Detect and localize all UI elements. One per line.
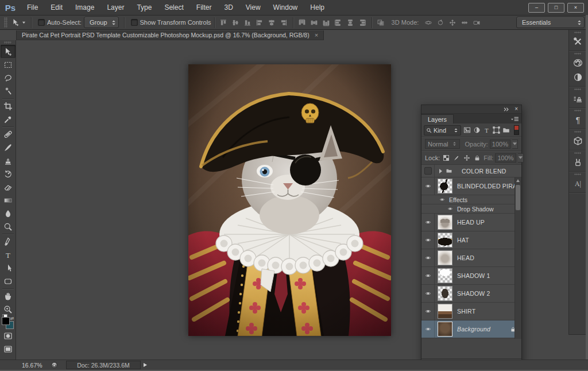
visibility-toggle[interactable] <box>421 267 435 284</box>
distribute-top-edges-icon[interactable] <box>296 17 308 28</box>
collapse-panel-icon[interactable] <box>503 107 509 112</box>
visibility-toggle[interactable] <box>421 165 435 177</box>
distribute-bottom-edges-icon[interactable] <box>320 17 332 28</box>
fill-dropdown-icon[interactable] <box>518 153 524 163</box>
layer-row[interactable]: BLINDFOLDED PIRA...fx <box>421 177 521 195</box>
hand-tool[interactable] <box>1 289 16 303</box>
menu-3d[interactable]: 3D <box>218 1 239 15</box>
layers-scrollbar[interactable] <box>514 177 521 339</box>
filter-shape-layers-icon[interactable] <box>492 125 501 135</box>
distribute-left-edges-icon[interactable] <box>332 17 345 28</box>
character-panel-icon[interactable]: A| <box>570 176 585 191</box>
auto-select-target-dropdown[interactable]: Group <box>84 17 119 28</box>
align-right-edges-icon[interactable] <box>278 17 290 28</box>
move-tool[interactable] <box>1 45 16 58</box>
filter-smart-objects-icon[interactable] <box>501 125 511 135</box>
panel-group-grip[interactable] <box>574 152 581 154</box>
panel-menu-icon[interactable] <box>510 117 519 122</box>
history-panel-icon[interactable] <box>570 91 585 106</box>
group-expander-icon[interactable] <box>439 169 442 173</box>
filtering-switch[interactable] <box>514 125 519 135</box>
3d-panel-icon[interactable] <box>570 134 585 148</box>
history-brush-tool[interactable] <box>1 167 16 180</box>
layer-row[interactable]: Background <box>421 320 521 338</box>
tab-layers[interactable]: Layers <box>421 114 454 123</box>
auto-select-checkbox[interactable] <box>38 19 45 26</box>
distribute-horizontal-centers-icon[interactable] <box>345 17 357 28</box>
layer-row[interactable]: HAT <box>421 231 521 249</box>
workspace-dropdown[interactable]: Essentials <box>516 17 585 28</box>
effect-item-row[interactable]: Drop Shadow <box>421 204 521 214</box>
layer-thumbnail[interactable] <box>438 304 452 319</box>
menu-file[interactable]: File <box>21 1 44 15</box>
3d-orbit-icon[interactable] <box>422 17 434 28</box>
lasso-tool[interactable] <box>1 71 16 84</box>
status-popup-arrow-icon[interactable] <box>143 362 148 368</box>
layer-thumbnail[interactable] <box>438 215 452 230</box>
blend-mode-dropdown[interactable]: Normal <box>425 139 460 149</box>
panel-group-grip[interactable] <box>574 32 581 33</box>
auto-align-layers-icon[interactable] <box>375 17 387 28</box>
align-left-edges-icon[interactable] <box>254 17 266 28</box>
layer-thumbnail[interactable] <box>438 286 452 301</box>
layer-thumbnail[interactable] <box>438 268 452 283</box>
opacity-dropdown-icon[interactable] <box>512 140 518 149</box>
smudge-tool[interactable] <box>1 207 16 220</box>
options-grip[interactable] <box>4 17 7 28</box>
distribute-vertical-centers-icon[interactable] <box>308 17 320 28</box>
menu-select[interactable]: Select <box>158 1 189 15</box>
document-tab[interactable]: Pirate Cat Pet Portrait PSD Template Cus… <box>16 30 324 40</box>
3d-slide-icon[interactable] <box>458 17 470 28</box>
menu-layer[interactable]: Layer <box>100 1 130 15</box>
canvas-area[interactable]: × Layers Kind T Normal <box>16 40 588 360</box>
gradient-tool[interactable] <box>1 194 16 207</box>
adjustments-panel-icon[interactable] <box>570 70 585 84</box>
eyedropper-tool[interactable] <box>1 113 16 126</box>
screen-mode-button[interactable] <box>1 342 16 355</box>
visibility-toggle[interactable] <box>421 285 435 302</box>
brush-tool[interactable] <box>1 141 16 154</box>
filter-adjustment-layers-icon[interactable] <box>472 125 482 135</box>
layer-group-row[interactable]: COLOR BLEND <box>421 165 521 177</box>
maximize-button[interactable]: □ <box>548 3 564 13</box>
layer-thumbnail[interactable] <box>438 322 452 337</box>
canvas-artwork[interactable] <box>188 64 391 336</box>
toolbar-grip[interactable] <box>4 41 11 44</box>
minimize-button[interactable]: – <box>528 3 545 13</box>
panel-group-grip[interactable] <box>574 110 581 111</box>
opacity-value[interactable]: 100% <box>490 140 510 149</box>
layer-row[interactable]: SHADOW 2 <box>421 285 521 303</box>
visibility-toggle[interactable] <box>421 177 435 195</box>
panel-group-grip[interactable] <box>574 173 581 175</box>
paragraph-panel-icon[interactable]: ¶ <box>570 113 585 127</box>
menu-help[interactable]: Help <box>304 1 331 15</box>
menu-window[interactable]: Window <box>267 1 304 15</box>
layer-row[interactable]: HEAD UP <box>421 214 521 231</box>
layer-thumbnail[interactable] <box>438 179 452 194</box>
brush-presets-panel-icon[interactable] <box>570 155 585 169</box>
visibility-toggle[interactable] <box>421 231 435 249</box>
menu-filter[interactable]: Filter <box>190 1 218 15</box>
align-bottom-edges-icon[interactable] <box>242 17 254 28</box>
foreground-color-swatch[interactable] <box>2 317 10 325</box>
swap-colors-icon[interactable]: ⇄ <box>10 316 14 321</box>
lock-all-button[interactable] <box>473 153 482 163</box>
scrollbar-up-arrow[interactable] <box>516 179 520 182</box>
shape-tool[interactable] <box>1 275 16 288</box>
menu-image[interactable]: Image <box>69 1 100 15</box>
eraser-tool[interactable] <box>1 180 16 194</box>
marquee-tool[interactable] <box>1 58 16 71</box>
fill-value[interactable]: 100% <box>495 153 516 163</box>
visibility-toggle[interactable] <box>421 214 435 231</box>
menu-edit[interactable]: Edit <box>44 1 69 15</box>
layer-row[interactable]: HEAD <box>421 249 521 267</box>
path-selection-tool[interactable] <box>1 261 16 275</box>
align-top-edges-icon[interactable] <box>218 17 230 28</box>
distribute-right-edges-icon[interactable] <box>357 17 369 28</box>
menu-view[interactable]: View <box>239 1 267 15</box>
visibility-toggle[interactable] <box>421 303 435 320</box>
magic-wand-tool[interactable] <box>1 84 16 98</box>
close-panel-icon[interactable]: × <box>514 106 518 112</box>
3d-roll-icon[interactable] <box>434 17 446 28</box>
layer-thumbnail[interactable] <box>438 250 452 265</box>
